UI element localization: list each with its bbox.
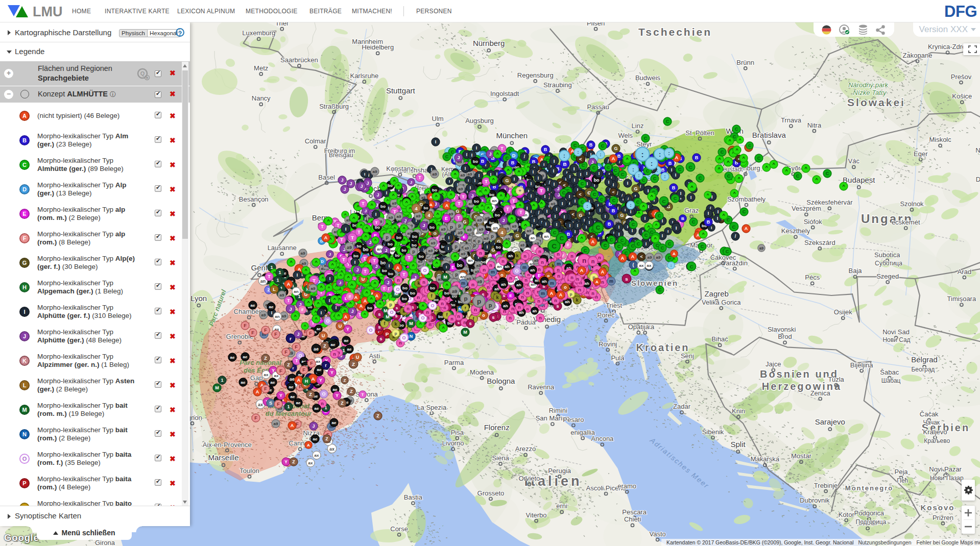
svg-text:Baja: Baja — [848, 267, 862, 275]
svg-text:Tuzla: Tuzla — [828, 376, 845, 383]
svg-text:Szolnok: Szolnok — [900, 200, 924, 208]
svg-text:LMU: LMU — [33, 4, 62, 19]
svg-text:Makarska: Makarska — [751, 455, 780, 463]
svg-text:Slavonski: Slavonski — [768, 326, 796, 333]
svg-text:Trebinje: Trebinje — [814, 482, 838, 489]
svg-text:Nancy: Nancy — [252, 94, 271, 102]
svg-text:Zadar: Zadar — [673, 403, 691, 410]
svg-text:Peja: Peja — [895, 468, 909, 476]
svg-text:Bologna: Bologna — [487, 377, 515, 385]
svg-text:Siena: Siena — [492, 454, 509, 462]
svg-text:Graz: Graz — [684, 207, 699, 214]
svg-text:Split: Split — [731, 440, 746, 449]
svg-text:Straßburg: Straßburg — [319, 103, 349, 110]
svg-text:Vasto: Vasto — [649, 530, 665, 538]
svg-text:Lausanne: Lausanne — [268, 244, 297, 252]
svg-text:Nízke Tatry: Nízke Tatry — [853, 89, 887, 96]
svg-text:Pula: Pula — [611, 354, 625, 362]
svg-text:Jajce: Jajce — [766, 360, 781, 368]
svg-text:Orvieto: Orvieto — [518, 475, 540, 482]
svg-text:Luxemburg: Luxemburg — [242, 29, 275, 37]
svg-text:Opatija: Opatija — [628, 323, 650, 331]
svg-text:St. Pölten: St. Pölten — [685, 129, 714, 137]
svg-text:Národný park: Národný park — [848, 81, 889, 89]
svg-text:Konstanz: Konstanz — [386, 165, 414, 172]
svg-text:Keszthely: Keszthely — [781, 227, 810, 235]
svg-text:Velika Gorica: Velika Gorica — [702, 299, 741, 306]
svg-text:Slowenien: Slowenien — [631, 279, 678, 287]
svg-text:Perugia: Perugia — [548, 467, 571, 475]
svg-text:Genf: Genf — [251, 263, 268, 272]
svg-text:Zagreb: Zagreb — [704, 289, 729, 298]
svg-text:Veszprém: Veszprém — [792, 205, 821, 212]
svg-text:Ravenna: Ravenna — [528, 383, 555, 391]
svg-text:Budweis: Budweis — [635, 74, 661, 82]
svg-text:Corse: Corse — [390, 525, 408, 533]
svg-text:Pesaro: Pesaro — [563, 416, 584, 424]
svg-text:Heidelberg: Heidelberg — [362, 43, 394, 51]
svg-text:erni: erni — [556, 502, 567, 510]
svg-text:Košice: Košice — [952, 92, 972, 100]
svg-text:Pécs: Pécs — [805, 274, 820, 281]
svg-text:München: München — [496, 131, 528, 140]
svg-text:Toulon: Toulon — [240, 467, 259, 475]
svg-text:Belgrad: Belgrad — [911, 355, 938, 364]
svg-text:Ulm: Ulm — [432, 115, 444, 122]
svg-text:Šibenik: Šibenik — [702, 428, 724, 436]
svg-text:Шабац: Шабац — [881, 377, 901, 384]
svg-text:Tschechien: Tschechien — [638, 26, 712, 38]
svg-text:Brod: Brod — [778, 333, 792, 340]
svg-text:enigallia: enigallia — [570, 429, 595, 436]
svg-text:Modena: Modena — [470, 368, 494, 376]
svg-text:Нови Сад: Нови Сад — [882, 336, 910, 343]
svg-text:Basel: Basel — [318, 173, 335, 181]
svg-text:Zenica: Zenica — [810, 389, 831, 397]
svg-text:Livorno: Livorno — [442, 439, 464, 447]
svg-text:Nürnberg: Nürnberg — [473, 39, 505, 47]
svg-text:Szekszárd: Szekszárd — [804, 239, 835, 246]
svg-text:Ingolstadt: Ingolstadt — [490, 90, 519, 97]
svg-text:Šabac: Šabac — [880, 368, 899, 376]
svg-text:Rovinj: Rovinj — [599, 340, 617, 348]
svg-text:Pisa: Pisa — [451, 429, 464, 436]
svg-text:Knin: Knin — [732, 407, 745, 415]
svg-text:Triest: Triest — [606, 302, 622, 309]
svg-text:Senj: Senj — [681, 352, 694, 360]
svg-text:Debre: Debre — [976, 176, 980, 183]
svg-text:Arad: Arad — [958, 268, 971, 276]
svg-text:Stuttgart: Stuttgart — [386, 86, 416, 95]
svg-text:Osijek: Osijek — [834, 308, 853, 316]
svg-text:Bijeljina: Bijeljina — [850, 361, 874, 369]
svg-text:Wels: Wels — [618, 132, 633, 139]
svg-text:Straubing: Straubing — [543, 81, 572, 89]
svg-text:Bihać: Bihać — [711, 335, 728, 343]
svg-text:Нови Пазар: Нови Пазар — [930, 475, 964, 482]
svg-text:Trier: Trier — [275, 22, 289, 27]
svg-text:Budapest: Budapest — [843, 176, 875, 184]
svg-text:Colmar: Colmar — [305, 137, 327, 145]
svg-text:Gap: Gap — [250, 374, 263, 382]
svg-text:Viterbo: Viterbo — [526, 511, 547, 519]
svg-text:Kraljevo: Kraljevo — [923, 428, 947, 436]
svg-text:Timişoara: Timişoara — [947, 295, 976, 303]
svg-text:Regensburg: Regensburg — [517, 71, 554, 79]
svg-text:Bastia: Bastia — [404, 493, 423, 501]
svg-text:Nitra: Nitra — [807, 121, 822, 129]
svg-text:Краљево: Краљево — [924, 437, 950, 444]
svg-text:Linz: Linz — [632, 122, 644, 130]
svg-text:Подгорица: Подгорица — [856, 518, 887, 526]
svg-text:Eger: Eger — [914, 150, 928, 158]
svg-text:ecskemét: ecskemét — [892, 218, 920, 226]
svg-text:Trnava: Trnava — [781, 116, 802, 124]
svg-text:Prešov: Prešov — [951, 73, 972, 81]
svg-text:Vác: Vác — [848, 157, 860, 165]
svg-text:Mostar: Mostar — [791, 452, 811, 460]
svg-text:Rimini: Rimini — [549, 407, 567, 414]
svg-text:eramo: eramo — [617, 482, 636, 490]
svg-text:Суботица: Суботица — [875, 260, 902, 267]
svg-text:Bratislava: Bratislava — [752, 131, 786, 139]
svg-text:Pilsen: Pilsen — [587, 22, 605, 27]
svg-text:Kotor: Kotor — [839, 511, 855, 518]
svg-text:Brünn: Brünn — [736, 59, 754, 66]
svg-text:Subotica: Subotica — [874, 251, 900, 259]
